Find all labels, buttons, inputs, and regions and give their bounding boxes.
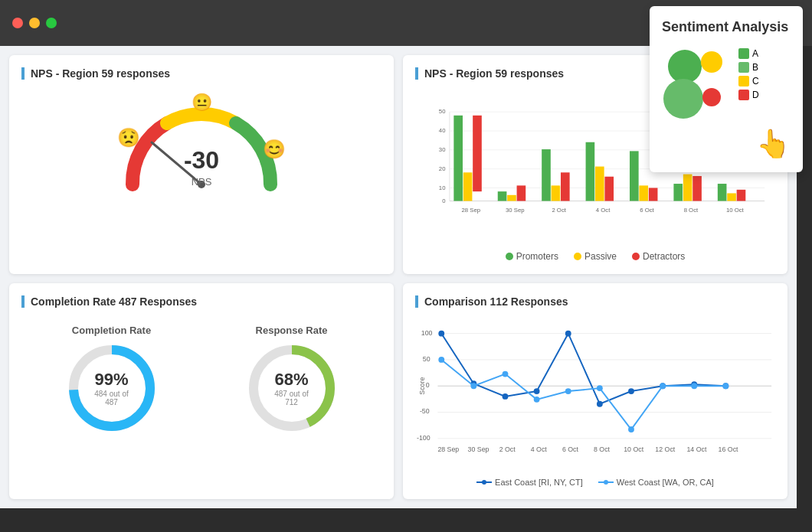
completion-title: Completion Rate 487 Responses (21, 295, 381, 308)
svg-text:10 Oct: 10 Oct (624, 446, 643, 453)
svg-text:4 Oct: 4 Oct (531, 446, 548, 453)
svg-text:28 Sep: 28 Sep (462, 207, 481, 214)
maximize-button[interactable] (46, 18, 57, 28)
detractors-label: Detractors (643, 251, 685, 262)
svg-text:0: 0 (426, 381, 430, 389)
hand-icon: 👆 (662, 128, 791, 160)
gauge-value: -30 NPS (184, 146, 219, 188)
svg-text:8 Oct: 8 Oct (684, 207, 699, 214)
svg-point-95 (702, 88, 721, 106)
svg-text:-100: -100 (417, 434, 431, 442)
sentiment-c: C (738, 76, 759, 86)
svg-text:30: 30 (439, 146, 446, 153)
west-coast-label: West Coast [WA, OR, CA] (617, 478, 714, 487)
completion-rate-sub: 484 out of 487 (89, 390, 135, 406)
detractors-dot (632, 253, 640, 260)
west-coast-line-icon (598, 478, 614, 486)
svg-text:50: 50 (423, 355, 431, 363)
svg-text:100: 100 (421, 329, 433, 337)
svg-point-83 (597, 385, 603, 391)
svg-rect-35 (673, 184, 683, 201)
response-rate-sub: 487 out of 712 (269, 390, 315, 406)
west-coast-legend: West Coast [WA, OR, CA] (598, 478, 714, 487)
svg-point-85 (660, 383, 666, 389)
legend-promoters: Promoters (506, 251, 558, 262)
completion-card: Completion Rate 487 Responses Completion… (9, 283, 394, 499)
svg-point-86 (691, 383, 697, 389)
svg-text:Score: Score (418, 377, 426, 395)
svg-rect-23 (542, 149, 551, 201)
close-button[interactable] (12, 18, 23, 28)
svg-text:20: 20 (439, 165, 446, 172)
svg-point-84 (628, 426, 634, 432)
svg-point-73 (597, 401, 603, 407)
line-chart-svg: 100 50 0 -50 -100 28 Sep 30 Sep 2 Oct 4 … (415, 317, 775, 470)
svg-point-71 (534, 388, 540, 394)
sentiment-a-label: A (752, 48, 758, 59)
legend-detractors: Detractors (632, 251, 685, 262)
comparison-title: Comparison 112 Responses (415, 295, 775, 308)
svg-text:10 Oct: 10 Oct (726, 207, 745, 214)
svg-point-68 (438, 331, 444, 337)
svg-rect-40 (727, 193, 736, 201)
svg-point-79 (470, 383, 476, 389)
sentiment-c-label: C (752, 76, 759, 86)
svg-text:6 Oct: 6 Oct (640, 207, 654, 214)
sad-emoji: 😟 (117, 127, 140, 149)
svg-point-74 (628, 388, 634, 394)
response-rate-donut: Response Rate 68% 487 out of 712 (246, 325, 338, 434)
svg-rect-17 (473, 116, 482, 191)
completion-rate-label: Completion Rate (72, 325, 151, 336)
svg-rect-29 (604, 177, 614, 201)
sentiment-title: Sentiment Analysis (662, 18, 791, 36)
svg-point-93 (701, 51, 722, 73)
svg-point-70 (503, 393, 509, 400)
passive-label: Passive (584, 251, 617, 262)
east-coast-line-icon (476, 478, 492, 486)
line-chart-container: 100 50 0 -50 -100 28 Sep 30 Sep 2 Oct 4 … (415, 317, 775, 487)
svg-point-89 (482, 480, 486, 485)
sentiment-d: D (738, 90, 759, 100)
sentiment-bubbles (662, 45, 731, 122)
sentiment-b-box (738, 62, 749, 73)
sentiment-c-box (738, 76, 749, 86)
nps-gauge-container: 😟 😐 😊 -30 NPS (21, 89, 381, 204)
line-legend: East Coast [RI, NY, CT] West Coast [WA, … (415, 478, 775, 487)
nps-gauge-title: NPS - Region 59 responses (21, 67, 381, 80)
svg-text:14 Oct: 14 Oct (686, 446, 706, 453)
sentiment-bubbles-svg (662, 45, 731, 122)
svg-rect-16 (463, 172, 473, 201)
svg-rect-32 (639, 185, 648, 201)
svg-rect-41 (737, 190, 746, 201)
svg-rect-39 (718, 184, 727, 201)
sentiment-panel: Sentiment Analysis A B (650, 6, 803, 172)
svg-text:12 Oct: 12 Oct (655, 446, 675, 453)
svg-point-78 (438, 357, 444, 363)
sentiment-b: B (738, 62, 759, 73)
sentiment-a: A (738, 48, 759, 59)
svg-text:0: 0 (442, 197, 445, 204)
svg-rect-25 (561, 172, 570, 201)
svg-rect-27 (586, 142, 595, 201)
svg-text:6 Oct: 6 Oct (562, 446, 579, 453)
svg-text:4 Oct: 4 Oct (596, 207, 611, 214)
sentiment-b-label: B (752, 62, 758, 73)
promoters-label: Promoters (516, 251, 558, 262)
completion-rate-donut: Completion Rate 99% 484 out of 487 (66, 325, 158, 434)
completion-rate-center: 99% 484 out of 487 (89, 370, 135, 406)
svg-text:50: 50 (439, 109, 446, 116)
happy-emoji: 😊 (263, 139, 286, 160)
svg-rect-33 (649, 188, 658, 201)
svg-text:10: 10 (439, 184, 446, 191)
completion-donut-wrap: 99% 484 out of 487 (66, 342, 158, 434)
nps-number: -30 (184, 146, 219, 175)
svg-rect-15 (453, 116, 463, 201)
svg-point-92 (668, 50, 702, 83)
svg-text:8 Oct: 8 Oct (594, 446, 611, 453)
svg-point-80 (503, 371, 509, 377)
minimize-button[interactable] (29, 18, 40, 28)
svg-point-81 (534, 397, 540, 403)
response-rate-label: Response Rate (256, 325, 328, 336)
response-rate-value: 68% (269, 370, 315, 390)
gauge-wrapper: 😟 😐 😊 -30 NPS (117, 96, 286, 196)
